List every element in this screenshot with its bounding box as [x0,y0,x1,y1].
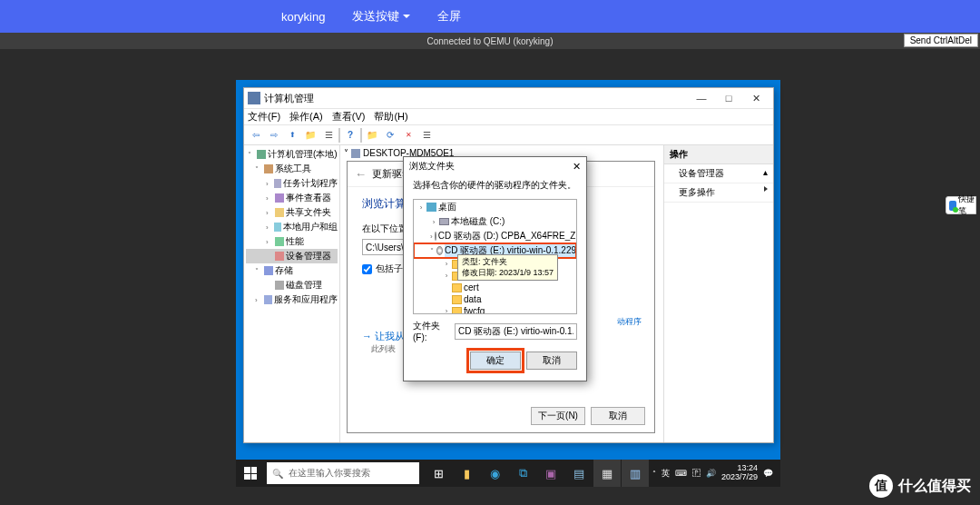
maximize-button[interactable]: □ [715,93,742,104]
toolbar [244,125,773,145]
back-button[interactable] [248,127,264,144]
menu-file[interactable]: 文件(F) [248,110,280,124]
tree-disk-management[interactable]: 磁盘管理 [246,278,338,292]
search-icon [272,469,283,479]
up-button[interactable] [284,127,300,144]
node-data[interactable]: data [414,293,576,305]
node-fwcfg[interactable]: ›fwcfg [414,305,576,314]
taskbar: 在这里输入你要搜索 ⊞ ▮ ◉ ⧉ ▣ ▤ ▦ ▥ ˄ 英 ⌨ 🇵 🔊 13:2… [236,460,780,487]
taskbar-app3[interactable]: ▦ [593,460,621,487]
chevron-right-icon [764,186,768,192]
back-arrow-icon[interactable]: ← [355,167,367,181]
remote-desktop: 计算机管理 — □ ✕ 文件(F) 操作(A) 查看(V) 帮助(H) [236,80,780,487]
minimize-button[interactable]: — [688,93,715,104]
volume-icon[interactable]: 🔊 [706,469,716,478]
node-c-drive[interactable]: ›本地磁盘 (C:) [414,214,576,229]
dialog-title: 浏览文件夹 [409,160,455,173]
actions-more[interactable]: 更多操作 [664,183,773,203]
taskbar-edge[interactable]: ◉ [481,460,508,487]
scan-button[interactable] [418,127,435,144]
send-keys-menu[interactable]: 发送按键 [352,8,410,25]
taskbar-app2[interactable]: ▤ [565,460,593,487]
tree-device-manager[interactable]: 设备管理器 [246,249,338,263]
taskbar-search[interactable]: 在这里输入你要搜索 [267,462,419,484]
menu-view[interactable]: 查看(V) [332,110,366,124]
stop-button[interactable] [400,127,416,144]
watermark-badge-icon: 值 [869,474,893,498]
chevron-down-icon [403,15,410,18]
tree-performance[interactable]: ›性能 [246,234,338,249]
tree-services-apps[interactable]: ›服务和应用程序 [246,292,338,307]
network-icon[interactable]: 🇵 [692,469,701,478]
tree-local-users[interactable]: ›本地用户和组 [246,220,338,234]
task-view-button[interactable]: ⊞ [425,460,452,487]
folder-tooltip: 类型: 文件夹 修改日期: 2023/1/9 13:57 [457,254,558,281]
taskbar-app1[interactable]: ▣ [537,460,564,487]
next-button[interactable]: 下一页(N) [531,407,585,425]
tray-overflow-icon[interactable]: ˄ [652,470,656,478]
refresh-button[interactable] [382,127,398,144]
node-cert[interactable]: cert [414,282,576,293]
send-ctrlaltdel-button[interactable]: Send CtrlAltDel [904,34,978,47]
menu-help[interactable]: 帮助(H) [374,110,407,124]
separator [338,128,340,143]
computer-management-window: 计算机管理 — □ ✕ 文件(F) 操作(A) 查看(V) 帮助(H) [243,87,774,443]
connection-status: Connected to QEMU (koryking) [427,36,554,46]
taskbar-app4[interactable]: ▥ [622,460,649,487]
properties-button[interactable] [364,127,380,144]
status-bar: Connected to QEMU (koryking) Send CtrlAl… [0,33,980,49]
actions-device-manager[interactable]: 设备管理器▴ [664,164,773,183]
tree-storage[interactable]: ˅存储 [246,263,338,278]
tree-task-scheduler[interactable]: ›任务计划程序 [246,176,338,191]
windows-logo-icon [244,467,257,480]
fullscreen-button[interactable]: 全屏 [437,8,461,25]
driver-link-text: 动程序 [617,316,642,328]
ime-indicator[interactable]: 英 [662,468,670,480]
folder-path-row: 文件夹(F): [404,314,586,348]
app-icon [248,92,260,104]
node-d-drive[interactable]: ›CD 驱动器 (D:) CPBA_X64FRE_ZH-CN_DV9 [414,229,576,243]
folder-path-label: 文件夹(F): [413,320,451,342]
tree-shared-folders[interactable]: ›共享文件夹 [246,205,338,220]
ok-button[interactable]: 确定 [470,352,521,370]
separator [360,128,362,143]
forward-button[interactable] [266,127,282,144]
dialog-instruction: 选择包含你的硬件的驱动程序的文件夹。 [404,175,586,199]
watermark-text: 什么值得买 [898,477,971,496]
session-name: koryking [281,10,325,24]
show-hide-tree-button[interactable] [302,127,318,144]
taskbar-explorer[interactable]: ▮ [453,460,480,487]
taskbar-store[interactable]: ⧉ [509,460,536,487]
notification-center-icon[interactable]: 💬 [763,469,773,478]
window-title: 计算机管理 [264,92,314,105]
browse-folder-dialog: 浏览文件夹 ✕ 选择包含你的硬件的驱动程序的文件夹。 ›桌面 ›本地磁盘 (C:… [403,156,587,381]
watermark: 值 什么值得买 [869,474,971,498]
actions-panel: 操作 设备管理器▴ 更多操作 [664,145,773,442]
help-button[interactable] [342,127,358,144]
tree-system-tools[interactable]: ˅系统工具 [246,162,338,176]
node-desktop[interactable]: ›桌面 [414,200,576,214]
titlebar[interactable]: 计算机管理 — □ ✕ [244,88,773,109]
taskbar-clock[interactable]: 13:24 2023/7/29 [721,464,758,482]
system-tray[interactable]: ˄ 英 ⌨ 🇵 🔊 13:24 2023/7/29 💬 [652,464,780,482]
input-method-indicator[interactable]: ⌨ [675,469,687,478]
folder-path-input[interactable] [455,323,577,340]
menu-bar: 文件(F) 操作(A) 查看(V) 帮助(H) [244,109,773,125]
view-list-button[interactable] [320,127,337,144]
close-button[interactable]: ✕ [742,93,769,104]
close-icon[interactable]: ✕ [573,161,581,173]
start-button[interactable] [236,460,265,487]
folder-tree[interactable]: ›桌面 ›本地磁盘 (C:) ›CD 驱动器 (D:) CPBA_X64FRE_… [413,199,577,314]
note-icon [949,201,956,211]
cancel-button[interactable]: 取消 [591,407,645,425]
remote-topbar: koryking 发送按键 全屏 [0,0,980,33]
tree-event-viewer[interactable]: ›事件查看器 [246,191,338,205]
dialog-titlebar[interactable]: 浏览文件夹 ✕ [404,157,586,175]
menu-action[interactable]: 操作(A) [289,110,323,124]
actions-header: 操作 [664,145,773,164]
quick-note-widget[interactable]: 快捷笔 [946,196,976,214]
tree-root[interactable]: ˅计算机管理(本地) [246,147,338,162]
cancel-button[interactable]: 取消 [526,352,577,370]
navigation-tree[interactable]: ˅计算机管理(本地) ˅系统工具 ›任务计划程序 ›事件查看器 ›共享文件夹 ›… [244,145,340,442]
